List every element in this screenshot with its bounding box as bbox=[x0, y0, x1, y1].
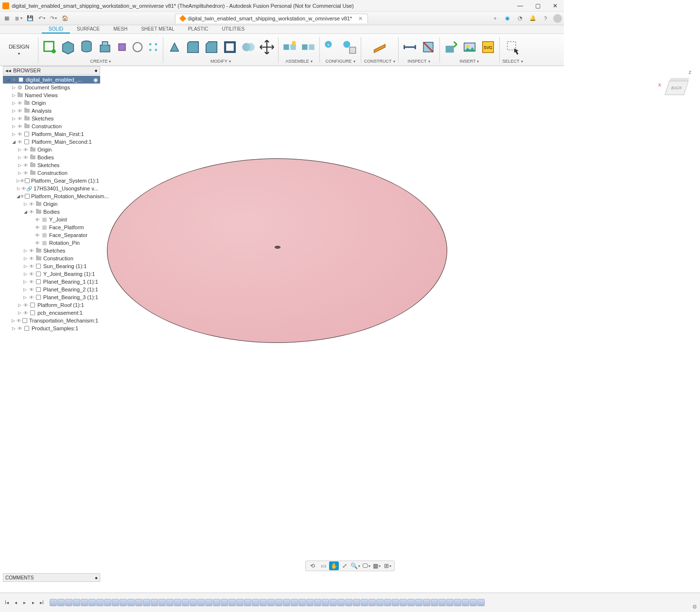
tree-item[interactable]: ▷👁Sketches bbox=[3, 247, 100, 255]
joint-icon[interactable] bbox=[281, 39, 298, 55]
tree-item[interactable]: ▷👁Platform_Main_First:1 bbox=[3, 130, 100, 138]
tree-item[interactable]: ▷👁Planet_Bearing_1 (1):1 bbox=[3, 278, 100, 286]
model-center-hole[interactable] bbox=[275, 246, 280, 249]
tree-label: Construction bbox=[32, 123, 62, 129]
tree-item[interactable]: ▷👁Platform_Roof (1):1 bbox=[3, 301, 100, 309]
tree-item[interactable]: ◢👁Platform_Main_Second:1 bbox=[3, 138, 100, 146]
tree-root[interactable]: ◢👁digital_twin_enabled_smart_s...◉ bbox=[3, 76, 100, 84]
construct-label[interactable]: CONSTRUCT bbox=[364, 59, 395, 65]
tree-label: Planet_Bearing_2 (1):1 bbox=[43, 287, 98, 292]
box-icon[interactable] bbox=[60, 39, 76, 55]
configure-label[interactable]: CONFIGURE bbox=[326, 59, 355, 65]
tree-item[interactable]: ◢👁Bodies bbox=[3, 208, 100, 216]
chamfer-icon[interactable] bbox=[203, 39, 220, 55]
tree-item[interactable]: ▷👁Construction bbox=[3, 255, 100, 262]
minimize-button[interactable]: — bbox=[511, 0, 529, 12]
tree-item[interactable]: ▷👁Origin bbox=[3, 200, 100, 208]
as-built-joint-icon[interactable] bbox=[300, 39, 316, 55]
manage-config-icon[interactable] bbox=[341, 39, 358, 55]
create-label[interactable]: CREATE bbox=[90, 59, 111, 65]
shell-icon[interactable] bbox=[222, 39, 238, 55]
revolve-icon[interactable] bbox=[115, 40, 129, 54]
tree-item[interactable]: ▷👁pcb_encasement:1 bbox=[3, 309, 100, 317]
configure-icon[interactable]: + bbox=[323, 39, 339, 55]
sweep-icon[interactable] bbox=[131, 40, 144, 54]
svg-rect-4 bbox=[119, 44, 125, 51]
tree-item[interactable]: ▷👁Product_Samples:1 bbox=[3, 324, 100, 332]
combine-icon[interactable] bbox=[240, 39, 257, 55]
document-tab[interactable]: digital_twin_enabled_smart_shipping_work… bbox=[175, 14, 368, 23]
select-label[interactable]: SELECT bbox=[503, 59, 523, 65]
model-disk-face[interactable] bbox=[107, 158, 447, 343]
tree-item[interactable]: ▷👁Planet_Bearing_3 (1):1 bbox=[3, 293, 100, 301]
tree-item[interactable]: ▷👁Bodies bbox=[3, 153, 100, 161]
close-button[interactable]: ✕ bbox=[546, 0, 564, 12]
tree-item[interactable]: ▷👁Origin bbox=[3, 99, 100, 107]
tree-item[interactable]: ▷👁Y_Joint_Bearing (1):1 bbox=[3, 270, 100, 278]
decal-icon[interactable] bbox=[461, 39, 478, 55]
fillet-icon[interactable] bbox=[185, 39, 201, 55]
tab-utilities[interactable]: UTILITIES bbox=[215, 25, 251, 34]
plane-icon[interactable] bbox=[371, 39, 388, 55]
svg-point-8 bbox=[149, 49, 152, 51]
workspace-switcher[interactable]: DESIGN▾ bbox=[0, 34, 38, 66]
data-panel-icon[interactable]: ▦ bbox=[2, 14, 12, 23]
tree-item[interactable]: 👁Y_Joint bbox=[3, 216, 100, 223]
tree-label: Sketches bbox=[43, 248, 65, 254]
tree-item[interactable]: ▷👁Analysis bbox=[3, 107, 100, 115]
tree-item[interactable]: ▷👁Sketches bbox=[3, 161, 100, 169]
maximize-button[interactable]: ▢ bbox=[529, 0, 546, 12]
tree-item[interactable]: ▷👁Planet_Bearing_2 (1):1 bbox=[3, 286, 100, 293]
move-icon[interactable] bbox=[259, 39, 275, 55]
file-menu-icon[interactable]: 🗎 bbox=[14, 14, 23, 23]
assemble-label[interactable]: ASSEMBLE bbox=[285, 59, 313, 65]
cylinder-icon[interactable] bbox=[78, 39, 95, 55]
insert-label[interactable]: INSERT bbox=[460, 59, 479, 65]
redo-icon[interactable]: ↷ bbox=[49, 14, 58, 23]
svg-point-9 bbox=[155, 49, 158, 51]
tab-surface[interactable]: SURFACE bbox=[70, 25, 106, 34]
tree-item[interactable]: ◢👁Platform_Rotation_Mechanism... bbox=[3, 192, 100, 200]
tree-item[interactable]: ▷Named Views bbox=[3, 91, 100, 99]
inspect-label[interactable]: INSPECT bbox=[407, 59, 430, 65]
workspace-tabs: SOLID SURFACE MESH SHEET METAL PLASTIC U… bbox=[0, 25, 564, 34]
tree-label: Bodies bbox=[43, 209, 60, 215]
tree-item[interactable]: ▷👁Construction bbox=[3, 122, 100, 130]
save-icon[interactable]: 💾 bbox=[25, 14, 35, 23]
pattern-icon[interactable] bbox=[146, 40, 160, 54]
tree-item[interactable]: 👁Face_Platform bbox=[3, 223, 100, 231]
tree-item[interactable]: 👁Rotation_Pin bbox=[3, 239, 100, 247]
insert-derive-icon[interactable] bbox=[443, 39, 459, 55]
sketch-icon[interactable] bbox=[41, 39, 58, 55]
undo-icon[interactable]: ↶ bbox=[37, 14, 47, 23]
ribbon-insert: SVG INSERT bbox=[440, 34, 499, 66]
tree-item[interactable]: ▷👁Platform_Gear_System (1):1 bbox=[3, 177, 100, 185]
tree-item[interactable]: 👁Face_Separator bbox=[3, 231, 100, 239]
tree-item[interactable]: ▷👁Construction bbox=[3, 169, 100, 177]
collapse-icon[interactable]: ◂◂ bbox=[5, 68, 11, 74]
tree-item[interactable]: ▷👁Transportation_Mechanism:1 bbox=[3, 317, 100, 324]
svg-rect-16 bbox=[302, 44, 307, 50]
svg-rect-13 bbox=[283, 44, 289, 50]
tab-mesh[interactable]: MESH bbox=[106, 25, 134, 34]
tree-item[interactable]: ▷👁🔗17HS3401_Usongshine v... bbox=[3, 185, 100, 192]
section-icon[interactable] bbox=[420, 39, 437, 55]
measure-icon[interactable] bbox=[402, 39, 418, 55]
browser-options-icon[interactable]: ● bbox=[94, 68, 98, 73]
insert-svg-icon[interactable]: SVG bbox=[480, 39, 496, 55]
extrude-icon[interactable] bbox=[97, 39, 113, 55]
tree-item[interactable]: ▷👁Origin bbox=[3, 146, 100, 153]
browser-panel: ◂◂ BROWSER ● ◢👁digital_twin_enabled_smar… bbox=[3, 66, 100, 333]
close-tab-icon[interactable]: ✕ bbox=[358, 16, 363, 22]
tab-plastic[interactable]: PLASTIC bbox=[181, 25, 215, 34]
tab-solid[interactable]: SOLID bbox=[42, 25, 70, 34]
select-icon[interactable] bbox=[505, 39, 521, 55]
browser-header[interactable]: ◂◂ BROWSER ● bbox=[3, 66, 100, 75]
modify-label[interactable]: MODIFY bbox=[210, 59, 231, 65]
tree-item[interactable]: ▷👁Sketches bbox=[3, 115, 100, 122]
home-icon[interactable]: 🏠 bbox=[60, 14, 70, 23]
tree-item[interactable]: ▷⚙Document Settings bbox=[3, 84, 100, 91]
press-pull-icon[interactable] bbox=[166, 39, 183, 55]
tree-item[interactable]: ▷👁Sun_Bearing (1):1 bbox=[3, 262, 100, 270]
tab-sheet-metal[interactable]: SHEET METAL bbox=[134, 25, 181, 34]
